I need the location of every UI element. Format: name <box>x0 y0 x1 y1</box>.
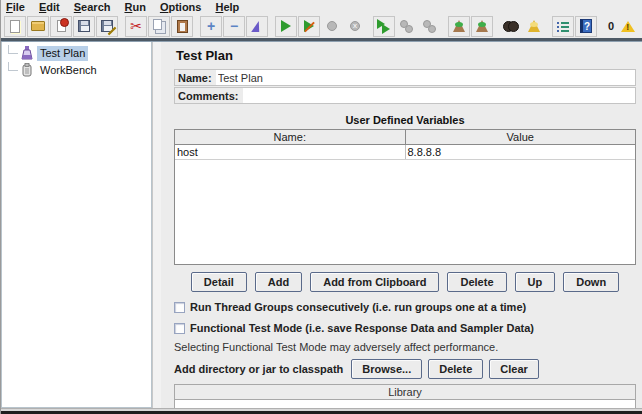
error-count[interactable]: 0 <box>608 20 614 32</box>
panel-splitter[interactable] <box>161 42 168 408</box>
paste-button[interactable] <box>171 16 193 37</box>
tree-connector <box>8 45 18 54</box>
tree-item-label: Test Plan <box>37 46 88 61</box>
expand-all-icon: + <box>207 20 215 32</box>
copy-icon <box>153 19 162 30</box>
page-title: Test Plan <box>176 48 636 63</box>
remote-start-all-button[interactable] <box>373 16 395 37</box>
udv-row[interactable]: host 8.8.8.8 <box>175 145 635 160</box>
paste-icon <box>177 20 188 33</box>
new-file-button[interactable] <box>4 16 26 37</box>
templates-button[interactable] <box>50 16 72 37</box>
function-helper-button[interactable] <box>552 16 574 37</box>
clear-icon <box>453 20 465 32</box>
menu-help[interactable]: Help <box>215 1 239 14</box>
tree-connector <box>8 62 18 71</box>
copy-button[interactable] <box>148 16 170 37</box>
remote-shutdown-all-button <box>419 16 441 37</box>
search-button[interactable] <box>500 16 522 37</box>
shutdown-icon: x <box>350 21 360 31</box>
menu-run[interactable]: Run <box>124 1 145 14</box>
up-button[interactable]: Up <box>515 272 556 292</box>
jmeter-window: File Edit Search Run Options Help ✂ + − <box>0 0 642 414</box>
classpath-row: Add directory or jar to classpath Browse… <box>174 359 636 379</box>
start-button[interactable] <box>275 16 297 37</box>
toolbar-status: 0 0 / 0 <box>608 8 642 44</box>
test-plan-tree: Test Plan WorkBench <box>1 42 152 408</box>
menu-options[interactable]: Options <box>160 1 202 14</box>
delete-button[interactable]: Delete <box>447 272 506 292</box>
comments-input[interactable] <box>243 88 635 103</box>
templates-icon <box>57 20 66 32</box>
name-row: Name: <box>174 69 636 86</box>
udv-table: Name: Value host 8.8.8.8 <box>174 129 636 265</box>
name-label: Name: <box>175 70 216 85</box>
udv-cell-value[interactable]: 8.8.8.8 <box>405 145 636 159</box>
collapse-all-button[interactable]: − <box>223 16 245 37</box>
functional-mode-label: Functional Test Mode (i.e. save Response… <box>190 322 534 334</box>
binoculars-icon <box>503 21 519 31</box>
add-from-clipboard-button[interactable]: Add from Clipboard <box>310 272 439 292</box>
down-button[interactable]: Down <box>563 272 619 292</box>
classpath-clear-button[interactable]: Clear <box>489 359 539 379</box>
tree-scrollbar[interactable] <box>152 42 161 408</box>
toggle-button[interactable] <box>246 16 268 37</box>
test-plan-panel: Test Plan Name: Comments: User Defined V… <box>168 42 642 408</box>
save-as-button[interactable] <box>96 16 118 37</box>
menu-file[interactable]: File <box>6 1 25 14</box>
browse-button[interactable]: Browse... <box>351 359 422 379</box>
clear-all-icon <box>476 20 488 32</box>
menu-edit[interactable]: Edit <box>39 1 60 14</box>
open-folder-icon <box>31 21 45 31</box>
save-button[interactable] <box>73 16 95 37</box>
shutdown-button: x <box>344 16 366 37</box>
menu-search[interactable]: Search <box>74 1 111 14</box>
detail-button[interactable]: Detail <box>191 272 247 292</box>
test-plan-icon <box>20 46 34 61</box>
library-table: Library <box>174 384 636 408</box>
remote-stop-all-button <box>396 16 418 37</box>
cut-button[interactable]: ✂ <box>125 16 147 37</box>
udv-col-name[interactable]: Name: <box>175 130 405 144</box>
cut-icon: ✂ <box>130 20 142 33</box>
udv-col-value[interactable]: Value <box>405 130 636 144</box>
tree-item-workbench[interactable]: WorkBench <box>2 62 151 79</box>
warning-icon[interactable] <box>621 21 635 32</box>
clear-all-button[interactable] <box>471 16 493 37</box>
stop-button <box>321 16 343 37</box>
search-reset-button[interactable] <box>523 16 545 37</box>
comments-row: Comments: <box>174 87 636 104</box>
workbench-icon <box>20 63 34 78</box>
name-input[interactable] <box>216 70 635 85</box>
collapse-all-icon: − <box>230 20 238 32</box>
udv-cell-name[interactable]: host <box>175 145 405 159</box>
search-reset-icon <box>528 20 540 32</box>
run-consecutively-row: Run Thread Groups consecutively (i.e. ru… <box>174 301 636 313</box>
run-consecutively-checkbox[interactable] <box>174 302 185 313</box>
help-button[interactable]: ? <box>575 16 597 37</box>
functional-mode-note: Selecting Functional Test Mode may adver… <box>174 341 636 353</box>
start-no-pauses-button[interactable] <box>298 16 320 37</box>
clear-button[interactable] <box>448 16 470 37</box>
help-book-icon: ? <box>580 19 592 33</box>
save-icon <box>78 20 90 32</box>
expand-all-button[interactable]: + <box>200 16 222 37</box>
add-button[interactable]: Add <box>255 272 302 292</box>
window-bottom-edge <box>1 408 642 414</box>
open-button[interactable] <box>27 16 49 37</box>
comments-label: Comments: <box>175 88 243 103</box>
stop-icon <box>327 21 337 31</box>
new-file-icon <box>10 20 20 33</box>
udv-buttons: Detail Add Add from Clipboard Delete Up … <box>174 272 636 292</box>
udv-table-header: Name: Value <box>175 130 635 145</box>
run-consecutively-label: Run Thread Groups consecutively (i.e. ru… <box>190 301 526 313</box>
remote-start-icon-2 <box>382 24 390 34</box>
library-header[interactable]: Library <box>175 385 635 400</box>
functional-mode-checkbox[interactable] <box>174 323 185 334</box>
tree-item-label: WorkBench <box>37 63 100 78</box>
menu-bar: File Edit Search Run Options Help <box>1 0 642 14</box>
classpath-label: Add directory or jar to classpath <box>174 363 343 375</box>
classpath-delete-button[interactable]: Delete <box>428 359 483 379</box>
tree-item-test-plan[interactable]: Test Plan <box>2 45 151 62</box>
function-helper-icon <box>557 20 570 33</box>
